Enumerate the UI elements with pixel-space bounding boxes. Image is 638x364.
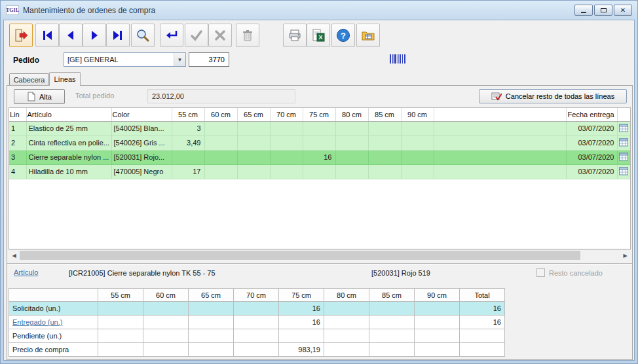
edit-line-icon[interactable] [619,167,628,175]
excel-icon: X [311,28,326,43]
close-button[interactable]: ✕ [614,5,632,16]
column-header: Lin [9,108,26,121]
cell[interactable] [303,136,335,150]
cell[interactable] [270,121,303,136]
cell[interactable] [204,136,237,150]
grid-row[interactable]: 1 Elastico de 25 mm [540025] Blan... 3 0… [9,121,630,136]
cell[interactable] [401,121,434,136]
cell[interactable] [172,150,204,164]
grid-row-selected[interactable]: 3 Cierre separable nylon ... [520031] Ro… [9,150,630,164]
cell[interactable]: 3 [172,121,204,136]
resto-cancelado-checkbox[interactable] [536,268,545,277]
cell[interactable] [303,164,335,179]
edit-line-icon[interactable] [619,138,628,147]
cell[interactable] [368,164,401,179]
cell[interactable] [368,150,401,164]
order-number-input[interactable] [189,52,229,67]
enter-button[interactable] [160,24,183,47]
cell[interactable] [368,136,401,150]
cell[interactable] [335,164,368,179]
cell[interactable] [335,136,368,150]
accept-button[interactable] [185,24,208,47]
cell[interactable] [617,150,630,164]
cell[interactable] [617,121,630,136]
nav-next-button[interactable] [83,24,106,47]
cell[interactable] [204,164,237,179]
return-arrow-icon [164,28,179,43]
edit-line-icon[interactable] [619,124,628,132]
cell[interactable] [401,136,434,150]
excel-export-button[interactable]: X [307,24,330,47]
titlebar[interactable]: TGIL Mantenimiento de ordenes de compra … [1,1,637,20]
cell[interactable] [270,164,303,179]
cell[interactable]: [540025] Blan... [111,121,172,136]
cell[interactable] [617,164,630,179]
cell[interactable]: 2 [9,136,26,150]
cell[interactable]: [470005] Negro [111,164,172,179]
cell[interactable] [270,136,303,150]
cell[interactable] [204,121,237,136]
documents-folder-button[interactable] [356,24,380,47]
grid-row[interactable]: 4 Hiladilla de 10 mm [470005] Negro 17 0… [9,164,630,179]
help-button[interactable]: ? [331,24,355,47]
cell[interactable]: Hiladilla de 10 mm [26,164,111,179]
minimize-button[interactable] [574,5,593,16]
cell[interactable]: Cierre separable nylon ... [26,150,111,164]
cell[interactable]: 1 [9,121,26,136]
maximize-button[interactable] [594,5,612,16]
articulo-link[interactable]: Artículo [14,268,38,276]
nav-last-button[interactable] [106,24,130,47]
cell[interactable]: 03/07/2020 [566,150,617,164]
scroll-right-arrow[interactable]: ▶ [620,250,631,261]
cell[interactable] [237,121,270,136]
cell[interactable]: 3,49 [172,136,204,150]
nav-prev-button[interactable] [59,24,83,47]
barcode-icon[interactable] [389,53,406,66]
cell[interactable]: Cinta reflectiva en polie... [26,136,111,150]
cell[interactable] [270,150,303,164]
cell[interactable]: 4 [9,164,26,179]
cell[interactable]: 17 [172,164,204,179]
nav-first-button[interactable] [35,24,59,47]
cell[interactable]: 03/07/2020 [566,121,617,136]
exit-button[interactable] [9,24,33,47]
cell[interactable]: Elastico de 25 mm [26,121,111,136]
cell[interactable]: 03/07/2020 [566,164,617,179]
entregado-link[interactable]: Entregado (un.) [9,316,98,329]
tab-lineas[interactable]: Líneas [49,72,81,86]
cell [189,302,234,316]
cell[interactable] [617,136,630,150]
grid-row[interactable]: 2 Cinta reflectiva en polie... [540026] … [9,136,630,150]
cell[interactable]: 16 [303,150,335,164]
scrollbar-thumb[interactable] [20,251,580,260]
scroll-left-arrow[interactable]: ◀ [9,250,20,261]
app-logo-icon[interactable]: TGIL [6,5,19,15]
cancel-all-lines-button[interactable]: Cancelar resto de todas las líneas [479,89,627,103]
cell[interactable] [237,164,270,179]
cell[interactable]: 3 [9,150,26,164]
cell[interactable] [237,150,270,164]
cell[interactable] [401,164,434,179]
alta-button[interactable]: Alta [14,89,65,104]
cell[interactable] [335,150,368,164]
warehouse-select[interactable]: [GE] GENERAL ▼ [64,52,186,67]
tab-cabecera[interactable]: Cabecera [9,73,49,85]
cell[interactable] [335,121,368,136]
horizontal-scrollbar[interactable]: ◀ ▶ [9,249,631,260]
print-button[interactable] [283,24,307,47]
cell[interactable]: [540026] Gris ... [111,136,172,150]
exit-door-icon [14,28,28,43]
row-label: Solicitado (un.) [9,302,98,316]
cell[interactable] [401,150,434,164]
cell[interactable]: 03/07/2020 [566,136,617,150]
cell[interactable] [237,136,270,150]
cell[interactable] [368,121,401,136]
lineas-panel: Alta Total pedido 23.012,00 Cancelar res… [7,85,633,360]
search-button[interactable] [131,24,155,47]
delete-button[interactable] [236,24,259,47]
cancel-button[interactable] [208,24,232,47]
cell[interactable]: [520031] Rojo... [111,150,172,164]
edit-line-icon[interactable] [619,153,628,161]
cell[interactable] [204,150,237,164]
cell[interactable] [303,121,335,136]
